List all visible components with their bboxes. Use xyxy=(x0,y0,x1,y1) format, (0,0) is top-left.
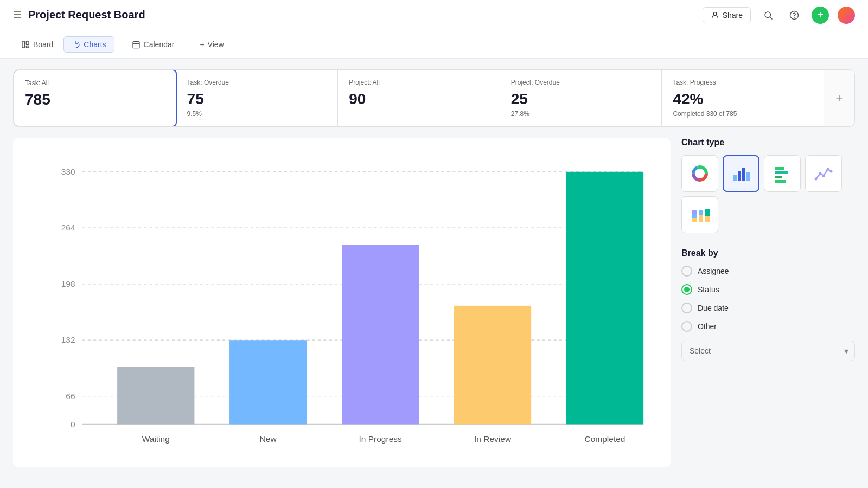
donut-icon xyxy=(690,164,710,183)
svg-text:Waiting: Waiting xyxy=(142,434,170,444)
help-button[interactable] xyxy=(786,7,803,24)
radio-assignee[interactable]: Assignee xyxy=(681,266,855,277)
stat-value-project-all: 90 xyxy=(349,91,489,108)
stat-label-task-all: Task: All xyxy=(25,79,165,87)
chart-type-line[interactable] xyxy=(805,155,842,192)
header: ☰ Project Request Board Share + xyxy=(0,0,868,30)
search-icon xyxy=(763,10,773,20)
stat-value-task-progress: 42% xyxy=(673,91,813,108)
add-button[interactable]: + xyxy=(812,7,829,24)
tab-calendar[interactable]: Calendar xyxy=(124,36,183,53)
svg-rect-42 xyxy=(775,180,786,183)
break-by-section: Break by Assignee Status Due date xyxy=(681,248,855,361)
bar-waiting[interactable] xyxy=(117,367,194,424)
break-by-select[interactable]: Select xyxy=(681,341,855,361)
svg-line-2 xyxy=(770,17,772,19)
svg-rect-40 xyxy=(775,171,788,174)
stat-label-project-overdue: Project: Overdue xyxy=(511,79,651,86)
header-left: ☰ Project Request Board xyxy=(13,9,145,21)
stat-sub-project-overdue: 27.8% xyxy=(511,110,651,118)
svg-rect-9 xyxy=(133,41,139,48)
radio-inner-status xyxy=(684,287,690,292)
svg-rect-5 xyxy=(22,41,25,48)
chart-type-bar[interactable] xyxy=(723,155,760,192)
svg-rect-6 xyxy=(26,41,29,45)
svg-text:264: 264 xyxy=(61,223,75,232)
tab-board-label: Board xyxy=(33,40,53,49)
page-title: Project Request Board xyxy=(28,9,145,21)
help-icon xyxy=(789,10,799,20)
tabs-bar: Board Charts Calendar + View xyxy=(0,30,868,59)
svg-rect-36 xyxy=(738,171,741,181)
radio-status[interactable]: Status xyxy=(681,284,855,295)
svg-rect-49 xyxy=(692,214,697,218)
svg-rect-37 xyxy=(742,168,745,181)
svg-text:New: New xyxy=(260,434,277,444)
svg-point-46 xyxy=(827,168,829,171)
avatar[interactable] xyxy=(838,7,855,24)
svg-rect-53 xyxy=(705,216,710,222)
svg-point-4 xyxy=(794,17,795,17)
svg-point-45 xyxy=(822,175,825,177)
stat-value-project-overdue: 25 xyxy=(511,91,651,108)
tab-view[interactable]: + View xyxy=(192,36,232,53)
stacked-chart-icon xyxy=(690,205,710,224)
svg-rect-54 xyxy=(705,209,710,216)
tab-divider-1 xyxy=(119,39,119,50)
stat-card-task-all[interactable]: Task: All 785 xyxy=(13,69,177,127)
select-wrapper: Select ▾ xyxy=(681,341,855,361)
svg-text:132: 132 xyxy=(61,335,75,344)
svg-text:330: 330 xyxy=(61,167,75,176)
radio-label-status: Status xyxy=(698,285,719,294)
svg-rect-52 xyxy=(699,210,703,215)
stat-card-task-progress[interactable]: Task: Progress 42% Completed 330 of 785 xyxy=(662,70,824,126)
stat-card-project-overdue[interactable]: Project: Overdue 25 27.8% xyxy=(500,70,662,126)
stat-card-project-all[interactable]: Project: All 90 xyxy=(338,70,500,126)
radio-label-other: Other xyxy=(698,322,717,331)
search-button[interactable] xyxy=(760,7,777,24)
radio-circle-status xyxy=(681,284,692,295)
svg-text:In Progress: In Progress xyxy=(359,434,402,444)
chart-type-stacked[interactable] xyxy=(681,196,718,233)
radio-other[interactable]: Other xyxy=(681,321,855,332)
svg-rect-41 xyxy=(775,176,782,178)
share-person-icon xyxy=(711,11,719,20)
tab-board[interactable]: Board xyxy=(13,36,61,53)
main-content: Task: All 785 Task: Overdue 75 9.5% Proj… xyxy=(0,59,868,478)
stat-label-task-overdue: Task: Overdue xyxy=(187,79,327,86)
plus-icon: + xyxy=(200,40,204,49)
chart-panel: Chart type xyxy=(681,138,855,467)
chart-type-title: Chart type xyxy=(681,138,855,147)
bar-inreview[interactable] xyxy=(454,306,531,425)
svg-rect-38 xyxy=(746,172,750,181)
radio-circle-assignee xyxy=(681,266,692,277)
radio-label-assignee: Assignee xyxy=(698,267,729,275)
bar-completed[interactable] xyxy=(566,172,643,425)
bar-chart-container: 330 264 198 132 66 0 xyxy=(13,138,671,467)
svg-rect-39 xyxy=(775,167,784,170)
radio-due-date[interactable]: Due date xyxy=(681,303,855,313)
svg-point-44 xyxy=(819,172,822,175)
radio-group: Assignee Status Due date Other xyxy=(681,266,855,332)
svg-rect-50 xyxy=(692,210,697,214)
bar-new[interactable] xyxy=(229,340,307,424)
share-button[interactable]: Share xyxy=(703,7,751,23)
menu-icon[interactable]: ☰ xyxy=(13,9,22,21)
svg-point-43 xyxy=(815,178,818,181)
add-stat-icon: + xyxy=(836,91,843,105)
tab-charts[interactable]: Charts xyxy=(63,36,114,53)
svg-point-0 xyxy=(713,12,716,15)
chart-section: 330 264 198 132 66 0 xyxy=(13,138,855,467)
add-stat-button[interactable]: + xyxy=(824,70,854,126)
chart-type-horizontal-bar[interactable] xyxy=(764,155,801,192)
tab-calendar-label: Calendar xyxy=(144,40,175,49)
line-chart-icon xyxy=(814,164,833,183)
bar-inprogress[interactable] xyxy=(342,245,419,424)
svg-text:66: 66 xyxy=(66,391,75,401)
stat-card-task-overdue[interactable]: Task: Overdue 75 9.5% xyxy=(176,70,339,126)
tab-charts-label: Charts xyxy=(84,40,106,49)
header-right: Share + xyxy=(703,7,855,24)
stat-value-task-overdue: 75 xyxy=(187,91,327,108)
svg-rect-35 xyxy=(733,175,737,181)
chart-type-donut[interactable] xyxy=(681,155,718,192)
